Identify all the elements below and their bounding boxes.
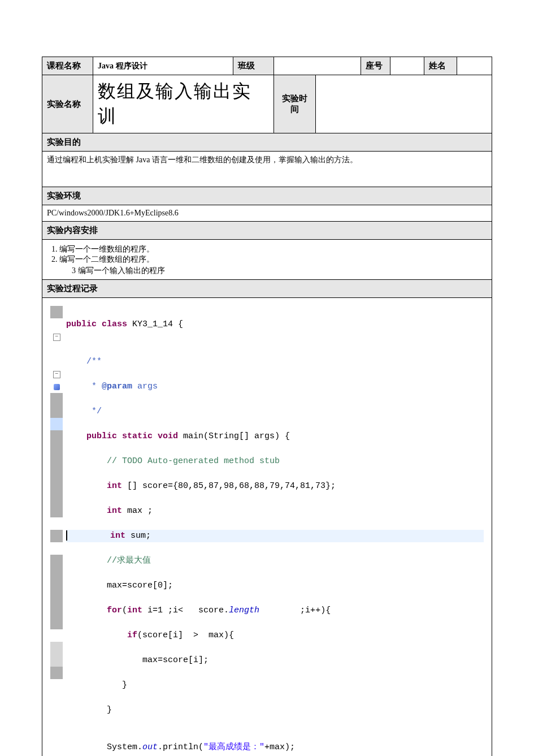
comment: // TODO Auto-generated method stub — [66, 456, 280, 466]
code-text: KY3_1_14 { — [127, 319, 183, 329]
code-line: int [] score={80,85,87,98,68,88,79,74,81… — [66, 480, 484, 493]
gutter-warn — [50, 381, 63, 393]
header-content: 实验内容安排 — [42, 222, 492, 240]
value-name — [457, 57, 492, 75]
keyword: static — [117, 431, 153, 441]
gutter-bar — [50, 530, 63, 542]
code-text: System. — [66, 742, 142, 752]
keyword: public — [66, 431, 117, 441]
list-item: 编写一个二维数组的程序。 — [59, 254, 487, 265]
warning-icon — [54, 384, 60, 390]
code-line: public static void main(String[] args) { — [66, 430, 484, 443]
keyword: class — [97, 319, 127, 329]
header-env: 实验环境 — [42, 187, 492, 205]
keyword: int — [66, 481, 122, 491]
gutter-row — [50, 343, 63, 356]
text-env: PC/windows2000/JDK1.6+MyEclipse8.6 — [42, 205, 492, 222]
gutter-bar — [50, 418, 63, 430]
code-line: * @param args — [66, 381, 484, 393]
code-text: (score[i] > max){ — [137, 630, 234, 640]
code-line: max=score[0]; — [66, 580, 484, 592]
gutter-bar — [50, 430, 63, 443]
keyword: int — [127, 606, 142, 615]
content-list: 编写一个一维数组的程序。 编写一个二维数组的程序。 — [59, 244, 487, 265]
header-goal: 实验目的 — [42, 133, 492, 152]
keyword: void — [153, 431, 178, 441]
gutter-bar — [50, 654, 63, 667]
javadoc: * — [66, 382, 102, 391]
comment: //求最大值 — [66, 556, 151, 565]
gutter-bar — [50, 405, 63, 418]
list-item: 编写一个一维数组的程序。 — [59, 244, 487, 254]
gutter-bar — [50, 592, 63, 604]
code-text: ;i++){ — [259, 606, 331, 615]
gutter-bar — [50, 617, 63, 629]
javadoc: args — [132, 382, 158, 391]
gutter-bar — [50, 567, 63, 580]
code-text: main(String[] args) { — [178, 431, 290, 441]
fold-icon[interactable]: − — [53, 334, 60, 341]
gutter-bar — [50, 580, 63, 592]
gutter-row — [50, 542, 63, 555]
label-exp-name: 实验名称 — [42, 75, 93, 133]
gutter-bar — [50, 455, 63, 468]
code-text: +max); — [264, 742, 295, 752]
label-name: 姓名 — [424, 57, 457, 75]
code-gutter: − − — [50, 306, 63, 756]
code-line: int max ; — [66, 505, 484, 517]
code-line: for(int i=1 ;i< score.length ;i++){ — [66, 604, 484, 617]
text-goal: 通过编程和上机实验理解 Java 语言一维和二维数组的创建及使用，掌握输入输出的… — [42, 152, 492, 187]
code-body[interactable]: public class KY3_1_14 { /** * @param arg… — [63, 306, 484, 756]
gutter-row — [50, 318, 63, 331]
keyword: int — [66, 506, 122, 516]
javadoc: */ — [66, 407, 102, 416]
code-line: public class KY3_1_14 { — [66, 318, 484, 331]
code-text: [] score={80,85,87,98,68,88,79,74,81,73}… — [122, 481, 336, 491]
gutter-bar — [50, 667, 63, 679]
gutter-bar — [50, 480, 63, 493]
code-text: sum; — [125, 531, 151, 541]
value-class — [274, 57, 361, 75]
code-line: /** — [66, 356, 484, 368]
keyword: public — [66, 319, 97, 329]
gutter-bar — [50, 443, 63, 455]
code-area: − − — [50, 306, 484, 756]
code-line: if(score[i] > max){ — [66, 629, 484, 642]
code-text: .println( — [158, 742, 203, 752]
gutter-bar — [50, 555, 63, 567]
code-text: max ; — [122, 506, 153, 516]
gutter-bar — [50, 642, 63, 654]
gutter-row — [50, 517, 63, 530]
keyword: if — [66, 630, 137, 640]
code-line: } — [66, 704, 484, 716]
code-line: } — [66, 679, 484, 692]
annotation: @param — [102, 382, 132, 391]
value-course-name: Java 程序设计 — [93, 57, 233, 75]
text-content-plan: 编写一个一维数组的程序。 编写一个二维数组的程序。 3 编写一个输入输出的程序 — [42, 240, 492, 280]
gutter-row — [50, 356, 63, 368]
gutter-fold: − — [50, 331, 63, 343]
code-line: //求最大值 — [66, 555, 484, 567]
gutter-row — [50, 629, 63, 642]
code-text: ( — [122, 606, 127, 615]
keyword: for — [66, 606, 122, 615]
label-seat: 座号 — [361, 57, 390, 75]
code-editor: − − — [42, 298, 492, 756]
fold-icon[interactable]: − — [53, 371, 60, 378]
gutter-bar — [50, 505, 63, 517]
code-line-active: int sum; — [66, 530, 484, 542]
row-course: 课程名称 Java 程序设计 班级 座号 姓名 — [42, 57, 492, 75]
string-literal: "最高成绩是：" — [203, 742, 264, 752]
label-course-name: 课程名称 — [42, 57, 93, 75]
text-cursor-icon — [66, 530, 67, 541]
gutter-bar — [50, 468, 63, 480]
gutter-bar — [50, 393, 63, 405]
value-exp-time — [316, 75, 492, 133]
gutter-fold: − — [50, 368, 63, 381]
label-class: 班级 — [233, 57, 274, 75]
code-cell: − − — [42, 298, 492, 757]
code-line: System.out.println("最高成绩是："+max); — [66, 741, 484, 754]
code-line: max=score[i]; — [66, 654, 484, 667]
header-process: 实验过程记录 — [42, 280, 492, 298]
code-line: // TODO Auto-generated method stub — [66, 455, 484, 468]
